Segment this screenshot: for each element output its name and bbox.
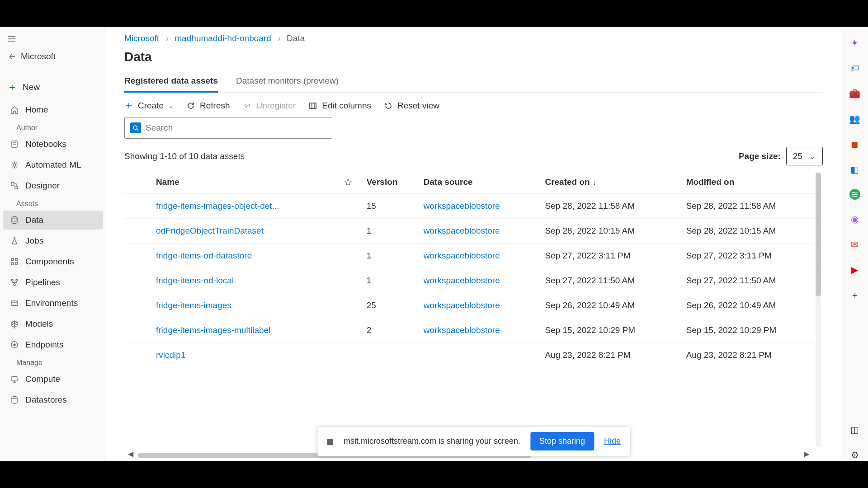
data-source-link[interactable]: workspaceblobstore xyxy=(424,325,500,335)
column-version[interactable]: Version xyxy=(362,171,419,194)
back-link[interactable]: Microsoft xyxy=(0,47,106,66)
sidebar-item-label: Pipelines xyxy=(25,277,60,287)
new-button[interactable]: ＋ New xyxy=(0,75,106,99)
outlook-icon[interactable]: ◧ xyxy=(849,164,861,175)
page-title: Data xyxy=(124,50,823,64)
scrollbar-thumb[interactable] xyxy=(816,173,821,296)
edit-columns-label: Edit columns xyxy=(322,101,371,111)
svg-point-6 xyxy=(13,164,16,166)
page-size-select[interactable]: 25 ⌄ xyxy=(786,147,823,165)
sidebar-item-label: Components xyxy=(25,257,74,267)
edit-columns-button[interactable]: Edit columns xyxy=(308,101,371,111)
cell-version: 2 xyxy=(362,318,419,343)
sidebar-item-datastores[interactable]: Datastores xyxy=(3,390,103,409)
sidebar-item-components[interactable]: Components xyxy=(3,252,103,271)
column-modified-on[interactable]: Modified on xyxy=(682,171,823,194)
tab-dataset-monitors[interactable]: Dataset monitors (preview) xyxy=(236,71,339,92)
cell-modified: Sep 26, 2022 10:49 AM xyxy=(682,293,823,318)
pause-icon: ▮▮ xyxy=(326,436,332,446)
column-created-on[interactable]: Created on↓ xyxy=(540,171,681,194)
office-icon[interactable]: ◼ xyxy=(849,138,861,150)
sidebar-item-label: Models xyxy=(25,319,53,329)
scroll-right-icon[interactable]: ▶ xyxy=(804,450,809,458)
sidebar-item-label: Environments xyxy=(25,298,78,308)
stop-sharing-button[interactable]: Stop sharing xyxy=(530,432,594,450)
data-source-link[interactable]: workspaceblobstore xyxy=(424,201,500,211)
tag-icon[interactable]: 🏷 xyxy=(849,62,861,74)
svg-point-15 xyxy=(16,279,18,281)
hamburger-icon[interactable] xyxy=(0,31,106,47)
data-source-link[interactable]: workspaceblobstore xyxy=(424,251,500,260)
table-row[interactable]: fridge-items-od-datastore 1 workspaceblo… xyxy=(124,244,823,268)
breadcrumb-workspace[interactable]: madhumaddi-hd-onboard xyxy=(175,33,271,43)
sidebar-item-environments[interactable]: Environments xyxy=(3,294,103,313)
breadcrumb-root[interactable]: Microsoft xyxy=(124,33,159,43)
search-input[interactable] xyxy=(146,123,326,133)
scroll-left-icon[interactable]: ◀ xyxy=(128,450,133,458)
main-content: Microsoft › madhumaddi-hd-onboard › Data… xyxy=(106,27,841,461)
create-button[interactable]: Create ⌄ xyxy=(124,101,174,111)
panel-icon[interactable]: ◫ xyxy=(849,424,861,436)
settings-icon[interactable]: ⚙ xyxy=(849,449,861,461)
svg-point-16 xyxy=(14,284,15,286)
asset-name-link[interactable]: rvlcdip1 xyxy=(156,350,185,360)
sidebar-item-label: Compute xyxy=(25,374,60,384)
sidebar-item-data[interactable]: Data xyxy=(3,211,103,230)
copilot-icon[interactable]: ✦ xyxy=(849,37,861,49)
table-row[interactable]: rvlcdip1 Aug 23, 2022 8:21 PM Aug 23, 20… xyxy=(124,343,823,368)
sidebar-item-endpoints[interactable]: Endpoints xyxy=(3,335,103,354)
table-row[interactable]: fridge-items-images-multilabel 2 workspa… xyxy=(124,318,823,343)
asset-name-link[interactable]: fridge-items-images-multilabel xyxy=(156,325,270,335)
table-row[interactable]: fridge-items-od-local 1 workspaceblobsto… xyxy=(124,268,823,293)
data-source-link[interactable]: workspaceblobstore xyxy=(424,276,500,285)
vertical-scrollbar[interactable] xyxy=(816,173,821,447)
sidebar-item-compute[interactable]: Compute xyxy=(3,370,103,389)
star-icon xyxy=(344,178,352,186)
sidebar-item-notebooks[interactable]: Notebooks xyxy=(3,135,103,154)
toolbox-icon[interactable]: 🧰 xyxy=(849,88,861,99)
data-source-link[interactable]: workspaceblobstore xyxy=(424,226,500,235)
unregister-button[interactable]: Unregister xyxy=(243,101,296,111)
spotify-icon[interactable]: ≋ xyxy=(849,189,860,200)
create-label: Create xyxy=(138,101,164,111)
reset-view-button[interactable]: Reset view xyxy=(384,101,439,111)
asset-name-link[interactable]: fridge-items-od-local xyxy=(156,276,234,285)
asset-name-link[interactable]: fridge-items-images xyxy=(156,300,231,310)
refresh-icon xyxy=(186,101,195,110)
flask-icon xyxy=(10,236,19,245)
youtube-icon[interactable]: ▶ xyxy=(849,264,861,276)
tab-registered-assets[interactable]: Registered data assets xyxy=(124,71,218,93)
table-row[interactable]: odFridgeObjectTrainDataset 1 workspacebl… xyxy=(124,219,823,244)
sidebar-item-home[interactable]: Home xyxy=(3,100,103,119)
sidebar-item-automl[interactable]: Automated ML xyxy=(3,155,103,174)
column-data-source[interactable]: Data source xyxy=(419,171,541,194)
sidebar-item-jobs[interactable]: Jobs xyxy=(3,231,103,250)
svg-rect-11 xyxy=(15,258,18,261)
refresh-button[interactable]: Refresh xyxy=(186,101,230,111)
models-icon xyxy=(10,319,19,328)
sidebar-item-label: Data xyxy=(25,215,43,225)
gmail-icon[interactable]: ✉ xyxy=(849,239,861,250)
search-box[interactable] xyxy=(124,117,332,139)
sidebar-item-models[interactable]: Models xyxy=(3,314,103,333)
add-app-icon[interactable]: ＋ xyxy=(849,289,861,301)
cell-version xyxy=(362,343,419,368)
cell-modified: Sep 15, 2022 10:29 PM xyxy=(682,318,823,343)
column-favorite[interactable] xyxy=(340,171,362,194)
hide-button[interactable]: Hide xyxy=(604,436,621,446)
column-checkbox[interactable] xyxy=(124,171,151,194)
svg-rect-7 xyxy=(11,183,14,185)
asset-name-link[interactable]: odFridgeObjectTrainDataset xyxy=(156,226,264,235)
people-icon[interactable]: 👥 xyxy=(849,113,861,125)
column-name[interactable]: Name xyxy=(151,171,340,194)
sidebar-item-designer[interactable]: Designer xyxy=(3,176,103,195)
asset-name-link[interactable]: fridge-items-images-object-det... xyxy=(156,201,279,211)
sidebar-item-pipelines[interactable]: Pipelines xyxy=(3,273,103,292)
table-row[interactable]: fridge-items-images 25 workspaceblobstor… xyxy=(124,293,823,318)
sidebar-item-label: Automated ML xyxy=(25,160,81,170)
data-source-link[interactable]: workspaceblobstore xyxy=(424,300,500,310)
messenger-icon[interactable]: ◉ xyxy=(849,213,861,225)
table-row[interactable]: fridge-items-images-object-det... 15 wor… xyxy=(124,194,823,219)
compute-icon xyxy=(10,375,19,384)
asset-name-link[interactable]: fridge-items-od-datastore xyxy=(156,251,252,260)
